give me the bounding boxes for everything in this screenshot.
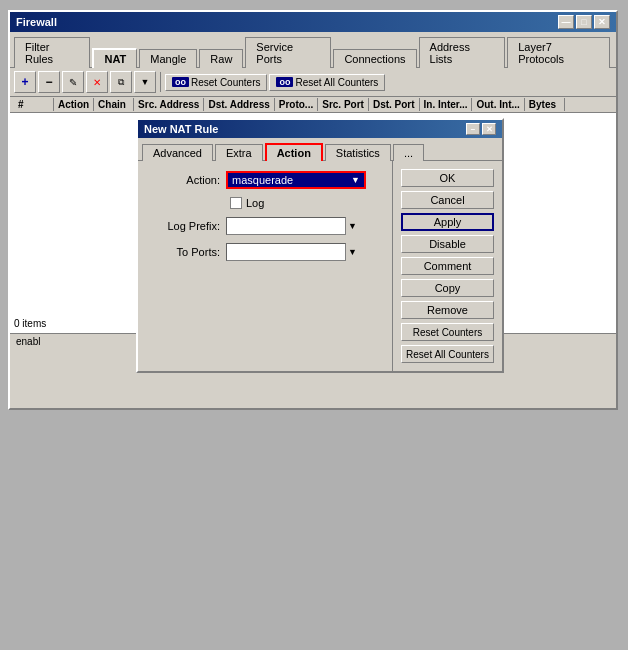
log-row: Log — [150, 197, 380, 209]
tab-filter-rules[interactable]: Filter Rules — [14, 37, 90, 68]
nat-close-btn[interactable]: ✕ — [482, 123, 496, 135]
items-count: 0 items — [14, 318, 46, 329]
log-prefix-dropdown-icon[interactable]: ▼ — [348, 221, 357, 231]
remove-button[interactable]: − — [38, 71, 60, 93]
log-prefix-row: Log Prefix: ▼ — [150, 217, 380, 235]
col-src-address: Src. Address — [134, 98, 204, 111]
to-ports-label: To Ports: — [150, 246, 220, 258]
filter-button[interactable]: ▼ — [134, 71, 156, 93]
delete-button[interactable]: ✕ — [86, 71, 108, 93]
reset-all-counters-button[interactable]: oo Reset All Counters — [269, 74, 385, 91]
column-headers: # Action Chain Src. Address Dst. Address… — [10, 97, 616, 113]
to-ports-dropdown-icon[interactable]: ▼ — [348, 247, 357, 257]
tab-raw[interactable]: Raw — [199, 49, 243, 68]
reset-all-counters-label: Reset All Counters — [295, 77, 378, 88]
maximize-button[interactable]: □ — [576, 15, 592, 29]
tab-address-lists[interactable]: Address Lists — [419, 37, 506, 68]
log-prefix-label: Log Prefix: — [150, 220, 220, 232]
oo-badge-1: oo — [172, 77, 189, 87]
nat-tab-advanced[interactable]: Advanced — [142, 144, 213, 161]
nat-minimize-btn[interactable]: − — [466, 123, 480, 135]
reset-counters-label: Reset Counters — [191, 77, 260, 88]
action-label: Action: — [150, 174, 220, 186]
tab-mangle[interactable]: Mangle — [139, 49, 197, 68]
minimize-button[interactable]: — — [558, 15, 574, 29]
log-prefix-input[interactable] — [226, 217, 346, 235]
reset-counters-button[interactable]: oo Reset Counters — [165, 74, 267, 91]
nat-dialog-buttons: OK Cancel Apply Disable Comment Copy Rem… — [392, 161, 502, 371]
col-dst-address: Dst. Address — [204, 98, 274, 111]
nat-dialog-title-bar: New NAT Rule − ✕ — [138, 120, 502, 138]
col-action: Action — [54, 98, 94, 111]
oo-badge-2: oo — [276, 77, 293, 87]
add-button[interactable]: + — [14, 71, 36, 93]
comment-button[interactable]: Comment — [401, 257, 494, 275]
nat-tab-extra[interactable]: Extra — [215, 144, 263, 161]
firewall-title-bar: Firewall — □ ✕ — [10, 12, 616, 32]
reset-counters-dialog-button[interactable]: Reset Counters — [401, 323, 494, 341]
col-chain: Chain — [94, 98, 134, 111]
nat-tab-statistics[interactable]: Statistics — [325, 144, 391, 161]
nat-dialog-content: Action: masquerade ▼ Log Log Prefix: ▼ — [138, 161, 502, 371]
firewall-window-controls: — □ ✕ — [558, 15, 610, 29]
tab-nat[interactable]: NAT — [92, 48, 137, 68]
copy-toolbar-button[interactable]: ⧉ — [110, 71, 132, 93]
col-dst-port: Dst. Port — [369, 98, 420, 111]
col-src-port: Src. Port — [318, 98, 369, 111]
firewall-tabs: Filter Rules NAT Mangle Raw Service Port… — [10, 32, 616, 68]
col-in-inter: In. Inter... — [420, 98, 473, 111]
disable-button[interactable]: Disable — [401, 235, 494, 253]
dropdown-arrow-icon: ▼ — [351, 175, 360, 185]
col-bytes: Bytes — [525, 98, 565, 111]
enable-label: enabl — [16, 336, 40, 347]
edit-button[interactable]: ✎ — [62, 71, 84, 93]
close-button[interactable]: ✕ — [594, 15, 610, 29]
remove-button[interactable]: Remove — [401, 301, 494, 319]
toolbar-separator-1 — [160, 72, 161, 92]
nat-dialog-controls: − ✕ — [466, 123, 496, 135]
tab-connections[interactable]: Connections — [333, 49, 416, 68]
reset-all-counters-dialog-button[interactable]: Reset All Counters — [401, 345, 494, 363]
action-row: Action: masquerade ▼ — [150, 171, 380, 189]
cancel-button[interactable]: Cancel — [401, 191, 494, 209]
ok-button[interactable]: OK — [401, 169, 494, 187]
copy-button[interactable]: Copy — [401, 279, 494, 297]
log-label: Log — [246, 197, 264, 209]
to-ports-row: To Ports: ▼ — [150, 243, 380, 261]
to-ports-input[interactable] — [226, 243, 346, 261]
col-proto: Proto... — [275, 98, 318, 111]
col-hash: # — [14, 98, 54, 111]
nat-tab-action[interactable]: Action — [265, 143, 323, 161]
log-checkbox[interactable] — [230, 197, 242, 209]
tab-service-ports[interactable]: Service Ports — [245, 37, 331, 68]
action-dropdown[interactable]: masquerade ▼ — [226, 171, 366, 189]
nat-tab-more[interactable]: ... — [393, 144, 424, 161]
firewall-title: Firewall — [16, 16, 57, 28]
nat-dialog: New NAT Rule − ✕ Advanced Extra Action S… — [136, 118, 504, 373]
nat-form: Action: masquerade ▼ Log Log Prefix: ▼ — [138, 161, 392, 371]
col-out-int: Out. Int... — [472, 98, 524, 111]
action-value: masquerade — [232, 174, 293, 186]
apply-button[interactable]: Apply — [401, 213, 494, 231]
firewall-toolbar: + − ✎ ✕ ⧉ ▼ oo Reset Counters oo Reset A… — [10, 68, 616, 97]
nat-dialog-tabs: Advanced Extra Action Statistics ... — [138, 138, 502, 161]
nat-dialog-title: New NAT Rule — [144, 123, 218, 135]
tab-layer7[interactable]: Layer7 Protocols — [507, 37, 610, 68]
